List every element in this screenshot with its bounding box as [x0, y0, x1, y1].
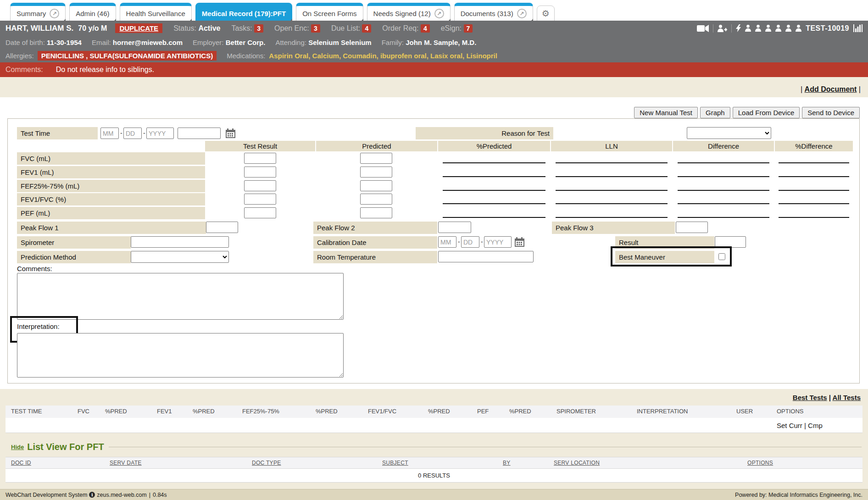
tab-on-screen-forms[interactable]: On Screen Forms	[296, 3, 363, 22]
add-person-icon[interactable]	[718, 25, 727, 32]
send-to-device-button[interactable]: Send to Device	[802, 107, 860, 118]
tasks-count-badge[interactable]: 3	[254, 24, 263, 33]
duplicate-flag[interactable]: DUPLICATE	[115, 23, 162, 33]
interpretation-textarea[interactable]	[17, 333, 344, 378]
fvc-test-result-input[interactable]	[244, 153, 276, 164]
allergies-label: Allergies:	[6, 52, 34, 60]
medications-label: Medications:	[227, 52, 265, 60]
patient-name: HART, WILLIAM S.	[6, 24, 73, 33]
calendar-icon[interactable]	[514, 237, 524, 247]
test-time-month-input[interactable]	[100, 128, 119, 139]
doc-header-subject[interactable]: SUBJECT	[382, 460, 408, 466]
calibration-year-input[interactable]	[484, 236, 512, 248]
doc-header-by[interactable]: BY	[503, 460, 511, 466]
doc-header-serv-location[interactable]: SERV LOCATION	[554, 460, 600, 466]
doc-header-options[interactable]: OPTIONS	[747, 460, 773, 466]
peak-flow-3-input[interactable]	[676, 222, 708, 233]
hide-list-view-link[interactable]: Hide	[11, 444, 24, 450]
open-enc-count-badge[interactable]: 3	[311, 24, 320, 33]
col-header-difference: Difference	[673, 141, 774, 151]
tab-settings[interactable]: ⚙	[537, 6, 555, 22]
zero-results-text: 0 RESULTS	[418, 472, 450, 479]
external-link-icon[interactable]: ↗	[517, 9, 527, 18]
all-tests-link[interactable]: All Tests	[833, 394, 861, 401]
tab-health-surveillance[interactable]: Health Surveillance	[120, 3, 192, 22]
results-header-pct-pred-1: %PRED	[105, 408, 127, 415]
doc-header-serv-date[interactable]: SERV DATE	[110, 460, 142, 466]
fef-predicted-input[interactable]	[360, 180, 392, 191]
tasks-label: Tasks:	[231, 24, 252, 32]
new-manual-test-button[interactable]: New Manual Test	[634, 107, 698, 118]
results-header-spirometer: SPIROMETER	[556, 408, 596, 415]
external-link-icon[interactable]: ↗	[50, 9, 59, 18]
user-icon[interactable]	[755, 25, 761, 32]
tab-needs-signed[interactable]: Needs Signed (12) ↗	[367, 3, 451, 22]
test-time-time-input[interactable]	[178, 128, 221, 139]
user-icon[interactable]	[796, 25, 801, 32]
result-input[interactable]	[715, 236, 746, 248]
graph-button[interactable]: Graph	[700, 107, 730, 118]
fev1-test-result-input[interactable]	[244, 167, 276, 178]
results-header-pct-pred-4: %PRED	[428, 408, 450, 415]
peak-flow-1-input[interactable]	[206, 222, 238, 233]
calibration-month-input[interactable]	[438, 236, 456, 248]
tab-medical-record[interactable]: Medical Record (179):PFT	[195, 3, 292, 22]
tab-summary[interactable]: Summary ↗	[10, 3, 66, 22]
doc-header-doc-id[interactable]: DOC ID	[11, 460, 31, 466]
fev1-predicted-input[interactable]	[360, 167, 392, 178]
best-tests-link[interactable]: Best Tests	[793, 394, 827, 401]
room-temperature-input[interactable]	[438, 251, 534, 262]
cmp-link[interactable]: Cmp	[808, 422, 823, 429]
pef-test-result-input[interactable]	[244, 207, 276, 218]
load-from-device-button[interactable]: Load From Device	[733, 107, 800, 118]
pipe: |	[149, 492, 150, 498]
fef-difference-blank	[678, 190, 769, 191]
add-document-link[interactable]: Add Document	[805, 85, 857, 93]
calibration-day-input[interactable]	[461, 236, 479, 248]
email-label: Email:	[92, 39, 111, 46]
calendar-icon[interactable]	[225, 128, 235, 138]
esign-label: eSign:	[441, 24, 462, 32]
fev1-fvc-predicted-input[interactable]	[360, 194, 392, 205]
fef-test-result-input[interactable]	[244, 180, 276, 191]
peak-flow-2-input[interactable]	[438, 222, 471, 233]
user-icon[interactable]	[785, 25, 791, 32]
due-list-count-badge[interactable]: 4	[362, 24, 371, 33]
status-label: Status:	[173, 24, 196, 32]
date-separator: -	[481, 238, 483, 245]
pipe: |	[801, 85, 802, 93]
prediction-method-select[interactable]	[131, 251, 229, 263]
user-icon[interactable]	[765, 25, 771, 32]
pipe: |	[804, 422, 806, 429]
fvc-lln-blank	[556, 162, 668, 163]
tab-documents[interactable]: Documents (313) ↗	[454, 3, 533, 22]
tab-medical-record-label: Medical Record (179):PFT	[202, 10, 286, 17]
doc-header-doc-type[interactable]: DOC TYPE	[252, 460, 281, 466]
pef-predicted-input[interactable]	[360, 207, 392, 218]
user-icon[interactable]	[745, 25, 751, 32]
form-comments-textarea[interactable]	[17, 273, 344, 320]
peak-flow-3-label: Peak Flow 3	[552, 222, 675, 234]
test-time-day-input[interactable]	[123, 128, 142, 139]
employer-value: Better Corp.	[226, 39, 266, 46]
esign-count-badge[interactable]: 7	[464, 24, 473, 33]
video-camera-icon[interactable]	[697, 25, 709, 32]
test-time-year-input[interactable]	[146, 128, 174, 139]
divider	[731, 24, 732, 33]
fev1-fvc-test-result-input[interactable]	[244, 194, 276, 205]
comments-banner-label: Comments:	[6, 66, 43, 74]
user-icon[interactable]	[775, 25, 781, 32]
tab-admin[interactable]: Admin (46)	[69, 3, 116, 22]
results-header-user: USER	[736, 408, 753, 415]
external-link-icon[interactable]: ↗	[434, 9, 444, 18]
fvc-predicted-input[interactable]	[360, 153, 392, 164]
bar-chart-icon[interactable]	[853, 24, 862, 32]
set-curr-link[interactable]: Set Curr	[777, 422, 802, 429]
reason-for-test-select[interactable]	[687, 127, 771, 139]
best-maneuver-checkbox[interactable]	[718, 253, 725, 260]
order-req-count-badge[interactable]: 4	[421, 24, 430, 33]
info-icon[interactable]: i	[89, 492, 95, 498]
footer-host: zeus.med-web.com	[97, 492, 146, 498]
spirometer-input[interactable]	[131, 236, 229, 248]
lightning-icon[interactable]	[736, 24, 741, 32]
